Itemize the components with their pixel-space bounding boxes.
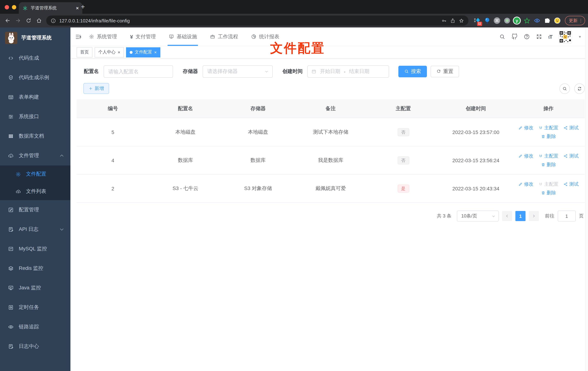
refresh-table-button[interactable] (574, 83, 585, 94)
show-search-button[interactable] (559, 83, 570, 94)
topnav-统计报表[interactable]: 统计报表 (251, 27, 279, 46)
extension-dot-icon[interactable] (504, 17, 510, 24)
browser-tab[interactable]: 芋道管理系统 × (19, 2, 82, 14)
extension-y-icon[interactable]: y (514, 17, 520, 24)
extension-diamond-icon[interactable]: 11 (473, 17, 480, 24)
sidebar-item-API 日志[interactable]: API 日志 (0, 220, 70, 239)
row-test-link[interactable]: 测试 (563, 153, 579, 159)
tab-首页[interactable]: 首页 (77, 47, 93, 57)
site-info-icon[interactable] (51, 18, 56, 23)
tab-文件配置[interactable]: 文件配置× (126, 47, 160, 57)
next-page-button[interactable] (529, 211, 539, 221)
new-tab-button[interactable]: + (81, 3, 85, 11)
back-button[interactable] (3, 16, 12, 25)
sidebar-item-系统接口[interactable]: 系统接口 (0, 107, 70, 127)
close-icon[interactable]: × (118, 50, 120, 54)
sidebar-item-文件配置[interactable]: 文件配置 (0, 165, 70, 183)
page-size-select[interactable]: 10条/页 (457, 211, 499, 222)
tab-个人中心[interactable]: 个人中心× (95, 47, 124, 57)
share-icon[interactable] (450, 18, 455, 23)
extension-balloon-icon[interactable] (484, 17, 491, 24)
password-key-icon[interactable] (441, 18, 447, 23)
sidebar-item-链路追踪[interactable]: 链路追踪 (0, 317, 70, 337)
search-icon (562, 86, 567, 91)
row-delete-link[interactable]: 删除 (541, 161, 556, 168)
font-size-icon[interactable]: tT (548, 34, 552, 40)
address-bar[interactable]: 127.0.0.1:1024/infra/file/file-config (46, 16, 468, 26)
filter-storage-select[interactable]: 请选择存储器 (203, 65, 273, 77)
page-scrollbar[interactable] (585, 27, 588, 371)
header-actions: tT ▼ (499, 30, 581, 43)
row-edit-link[interactable]: 修改 (518, 153, 534, 159)
sidebar-item-表单构建[interactable]: 表单构建 (0, 87, 70, 107)
topnav-工作流程[interactable]: 工作流程 (210, 27, 238, 46)
row-master-config-link[interactable]: 主配置 (538, 181, 558, 187)
browser-update-button[interactable]: 更新 ⋮ (565, 16, 585, 25)
home-button[interactable] (34, 16, 43, 25)
chevron-down-icon[interactable]: ▼ (578, 35, 581, 39)
close-window-button[interactable] (5, 5, 9, 9)
row-delete-link[interactable]: 删除 (541, 190, 556, 196)
sidebar-item-配置管理[interactable]: 配置管理 (0, 200, 70, 220)
minimize-window-button[interactable] (12, 5, 16, 9)
extension-puzzle-icon[interactable] (544, 17, 550, 24)
reset-button[interactable]: 重置 (430, 65, 459, 77)
sidebar-logo-row[interactable]: 芋道管理系统 (0, 27, 70, 48)
filter-name-input[interactable] (104, 65, 173, 77)
chevron-down-icon (59, 226, 65, 232)
row-test-link[interactable]: 测试 (563, 125, 579, 131)
search-button[interactable]: 搜索 (398, 65, 427, 77)
sidebar-item-定时任务[interactable]: 定时任务 (0, 298, 70, 317)
help-icon[interactable] (524, 34, 530, 40)
chevron-glyph (59, 226, 65, 232)
extension-eye-icon[interactable] (534, 17, 540, 24)
filter-date-range[interactable]: 开始日期 - 结束日期 (307, 65, 389, 77)
bookmark-star-icon[interactable] (459, 18, 464, 23)
extension-star-icon[interactable] (523, 17, 530, 24)
row-delete-link[interactable]: 删除 (541, 133, 556, 140)
plus-icon (88, 86, 93, 91)
sidebar-item-数据库文档[interactable]: 数据库文档 (0, 127, 70, 146)
sidebar-item-MySQL 监控[interactable]: MySQL 监控 (0, 239, 70, 259)
sidebar-item-代码生成[interactable]: 代码生成 (0, 48, 70, 68)
cell-actions: 修改主配置测试删除 (512, 174, 585, 202)
user-avatar[interactable] (558, 30, 572, 43)
topnav-基础设施[interactable]: 基础设施 (169, 27, 197, 46)
extension-emoji-icon[interactable] (554, 17, 561, 24)
chevron-up-icon (59, 153, 65, 159)
fullscreen-icon[interactable] (536, 34, 542, 40)
sidebar-item-Redis 监控[interactable]: Redis 监控 (0, 259, 70, 278)
extension-command-icon[interactable]: ⌘ (494, 17, 500, 24)
tab-label: 首页 (80, 49, 89, 55)
row-master-config-link[interactable]: 主配置 (538, 153, 558, 159)
stats-icon (251, 34, 257, 39)
sidebar-item-Java 监控[interactable]: Java 监控 (0, 278, 70, 298)
sidebar-item-代码生成示例[interactable]: 代码生成示例 (0, 68, 70, 87)
row-test-link[interactable]: 测试 (563, 181, 579, 187)
cell-master: 否 (367, 146, 440, 174)
chevron-right-icon (532, 214, 536, 218)
row-master-config-link[interactable]: 主配置 (538, 125, 558, 131)
sidebar-item-文件列表[interactable]: 文件列表 (0, 183, 70, 200)
close-tab-icon[interactable]: × (76, 5, 79, 11)
reload-button[interactable] (24, 16, 33, 25)
menu-dots-icon: ⋮ (579, 18, 583, 23)
goto-page-input[interactable] (558, 211, 576, 222)
close-icon[interactable]: × (154, 50, 157, 54)
github-icon[interactable] (511, 34, 518, 40)
favicon-leaf-icon (22, 5, 28, 11)
topnav-支付管理[interactable]: ¥支付管理 (130, 27, 156, 46)
refresh-icon (577, 86, 582, 91)
prev-page-button[interactable] (502, 211, 512, 221)
sidebar-item-文件管理[interactable]: 文件管理 (0, 146, 70, 165)
sidebar-item-日志中心[interactable]: 日志中心 (0, 337, 70, 356)
row-edit-link[interactable]: 修改 (518, 125, 534, 131)
url-text[interactable]: 127.0.0.1:1024/infra/file/file-config (59, 18, 438, 23)
collapse-sidebar-icon[interactable] (75, 33, 82, 40)
forward-button[interactable] (13, 16, 22, 25)
page-number-button[interactable]: 1 (515, 211, 525, 221)
row-edit-link[interactable]: 修改 (518, 181, 534, 187)
add-button[interactable]: 新增 (84, 83, 109, 94)
topnav-系统管理[interactable]: 系统管理 (89, 27, 117, 46)
search-icon[interactable] (499, 34, 505, 40)
